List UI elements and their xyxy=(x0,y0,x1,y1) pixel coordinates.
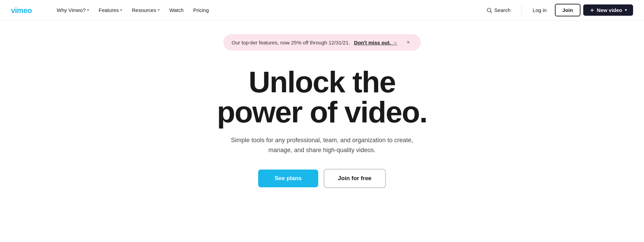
hero-title: Unlock the power of video. xyxy=(217,67,427,127)
nav-item-watch[interactable]: Watch xyxy=(165,4,188,16)
see-plans-button[interactable]: See plans xyxy=(258,170,318,187)
new-video-button[interactable]: New video ▾ xyxy=(583,4,633,16)
banner-close-button[interactable]: × xyxy=(404,38,412,46)
join-button[interactable]: Join xyxy=(555,4,580,16)
search-button[interactable]: Search xyxy=(481,4,516,16)
chevron-down-icon: ▾ xyxy=(625,8,627,12)
chevron-down-icon: ▾ xyxy=(158,8,160,12)
plus-icon xyxy=(589,8,595,13)
chevron-down-icon: ▾ xyxy=(87,8,89,12)
join-free-button[interactable]: Join for free xyxy=(324,169,386,188)
nav-item-resources[interactable]: Resources ▾ xyxy=(128,4,164,16)
header: vimeo Why Vimeo? ▾ Features ▾ Resources … xyxy=(0,0,644,21)
svg-text:vimeo: vimeo xyxy=(11,6,32,15)
main-content: Our top-tier features, now 25% off throu… xyxy=(0,21,644,209)
logo[interactable]: vimeo xyxy=(11,5,42,15)
header-right: Search Log in Join New video ▾ xyxy=(481,4,633,16)
vimeo-logo: vimeo xyxy=(11,5,42,15)
nav-item-features[interactable]: Features ▾ xyxy=(95,4,126,16)
search-icon xyxy=(486,7,492,13)
promo-banner: Our top-tier features, now 25% off throu… xyxy=(223,34,421,51)
nav-item-why-vimeo[interactable]: Why Vimeo? ▾ xyxy=(53,4,93,16)
svg-point-1 xyxy=(487,8,491,12)
vertical-divider xyxy=(521,5,522,15)
main-nav: Why Vimeo? ▾ Features ▾ Resources ▾ Watc… xyxy=(53,4,481,16)
banner-text: Our top-tier features, now 25% off throu… xyxy=(232,40,350,45)
cta-buttons: See plans Join for free xyxy=(258,169,386,188)
banner-link[interactable]: Don't miss out. → xyxy=(354,40,397,45)
nav-item-pricing[interactable]: Pricing xyxy=(189,4,213,16)
chevron-down-icon: ▾ xyxy=(120,8,122,12)
svg-line-2 xyxy=(490,11,492,13)
hero-subtitle: Simple tools for any professional, team,… xyxy=(226,135,418,155)
login-button[interactable]: Log in xyxy=(527,4,552,16)
